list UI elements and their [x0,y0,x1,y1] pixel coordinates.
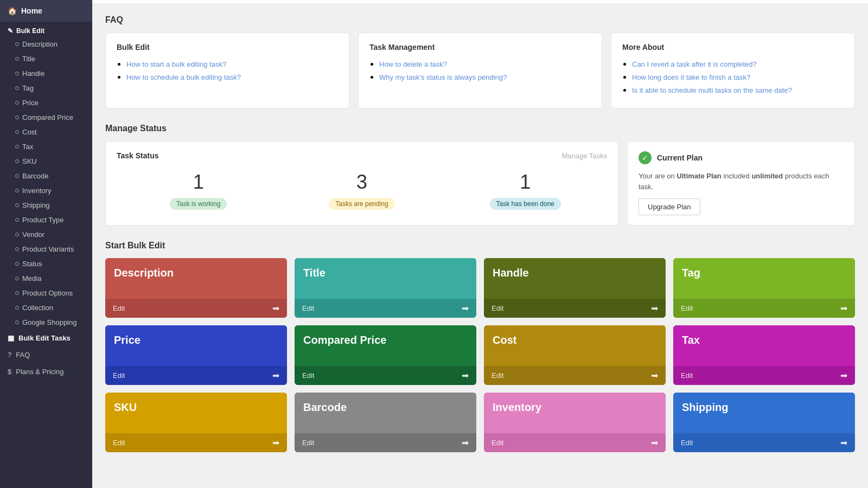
bulk-edit-card-title: Shipping [682,401,846,414]
sidebar-item-label: Tax [22,143,33,151]
sidebar-item-product-variants[interactable]: Product Variants [0,242,92,256]
sidebar-dot [15,277,19,280]
sidebar-bulk-edit-section[interactable]: ✎ Bulk Edit [0,22,92,37]
sidebar-item-tag[interactable]: Tag [0,81,92,95]
sidebar-item-product-options[interactable]: Product Options [0,286,92,300]
sidebar-item-status[interactable]: Status [0,256,92,271]
sidebar-dot [15,72,19,75]
sidebar-item-label: Title [22,55,35,63]
question-icon: ? [8,351,11,359]
sidebar-dot [15,320,19,324]
sidebar-item-label: Barcode [22,172,48,180]
bulk-edit-card-tag[interactable]: Tag Edit ➡ [673,258,855,318]
bulk-edit-edit-label: Edit [492,304,503,312]
sidebar-dot [15,233,19,236]
sidebar-dot [15,306,19,310]
sidebar-bulk-edit-tasks[interactable]: ▦ Bulk Edit Tasks [0,330,92,346]
faq-link[interactable]: How long does it take to finish a task? [632,73,750,81]
task-status-title: Task Status [117,151,159,160]
faq-link[interactable]: How to start a bulk editing task? [126,60,226,68]
bulk-edit-card-handle[interactable]: Handle Edit ➡ [484,258,666,318]
task-badge: Task has been done [490,198,561,210]
sidebar-dot [15,101,19,105]
task-count-item-1: 3 Tasks are pending [280,171,443,210]
bulk-edit-card-footer: Edit ➡ [105,366,287,385]
sidebar-dot [15,218,19,222]
bulk-edit-card-cost[interactable]: Cost Edit ➡ [484,325,666,385]
bulk-edit-card-title: Title [303,267,468,279]
bulk-edit-card-footer: Edit ➡ [295,366,476,385]
sidebar-item-tax[interactable]: Tax [0,139,92,154]
sidebar-item-label: SKU [22,157,37,165]
grid-icon: ▦ [8,334,14,342]
bulk-edit-card-shipping[interactable]: Shipping Edit ➡ [673,393,855,452]
sidebar-item-media[interactable]: Media [0,271,92,286]
bulk-edit-card-description[interactable]: Description Edit ➡ [105,258,287,318]
sidebar-item-label: Handle [22,69,44,78]
sidebar-item-price[interactable]: Price [0,95,92,110]
bulk-edit-card-body: SKU [105,393,287,433]
sidebar-item-barcode[interactable]: Barcode [0,169,92,183]
upgrade-plan-button[interactable]: Upgrade Plan [639,198,700,215]
sidebar-item-label: Vendor [22,230,44,239]
bulk-edit-card-compared-price[interactable]: Compared Price Edit ➡ [295,325,476,385]
bulk-edit-card-footer: Edit ➡ [105,433,287,452]
sidebar-dot [15,42,19,46]
faq-link[interactable]: How to schedule a bulk editing task? [126,73,241,81]
task-badge: Task is working [170,198,227,210]
sidebar-plans[interactable]: $ Plans & Pricing [0,363,92,380]
bulk-edit-card-body: Shipping [673,393,855,433]
top-bar [92,0,868,4]
sidebar-item-inventory[interactable]: Inventory [0,183,92,198]
sidebar-item-label: Shipping [22,201,50,209]
main-content: FAQ Bulk EditHow to start a bulk editing… [92,0,868,488]
sidebar-dot [15,57,19,61]
sidebar-item-vendor[interactable]: Vendor [0,227,92,242]
bulk-edit-card-body: Handle [484,258,666,299]
task-count-number: 1 [520,171,531,194]
sidebar-faq[interactable]: ? FAQ [0,346,92,363]
sidebar-item-label: Product Variants [22,245,74,253]
task-count-number: 3 [356,171,367,194]
sidebar-item-handle[interactable]: Handle [0,66,92,81]
task-status-card: Task Status Manage Tasks 1 Task is worki… [105,141,618,226]
sidebar-home[interactable]: 🏠 Home [0,0,92,22]
arrow-icon: ➡ [462,303,469,313]
bulk-edit-card-tax[interactable]: Tax Edit ➡ [673,325,855,385]
manage-tasks-link[interactable]: Manage Tasks [561,152,607,160]
bulk-edit-card-body: Price [105,325,287,366]
sidebar-item-shipping[interactable]: Shipping [0,198,92,213]
bulk-edit-card-body: Tax [673,325,855,366]
sidebar-item-collection[interactable]: Collection [0,300,92,315]
faq-link[interactable]: Why my task's status is always pending? [379,73,507,81]
faq-link[interactable]: How to delete a task? [379,60,447,68]
bulk-edit-card-title[interactable]: Title Edit ➡ [295,258,476,318]
faq-link[interactable]: Is it able to schedule multi tasks on th… [632,86,792,94]
sidebar-dot [15,130,19,134]
bulk-edit-card-sku[interactable]: SKU Edit ➡ [105,393,287,452]
bulk-edit-card-price[interactable]: Price Edit ➡ [105,325,287,385]
arrow-icon: ➡ [272,438,279,448]
bulk-edit-card-inventory[interactable]: Inventory Edit ➡ [484,393,666,452]
sidebar-item-product-type[interactable]: Product Type [0,213,92,227]
sidebar-dot [15,174,19,178]
sidebar-item-label: Product Options [22,289,73,297]
sidebar-item-label: Cost [22,128,37,136]
sidebar-item-compared-price[interactable]: Compared Price [0,110,92,125]
bulk-edit-card-barcode[interactable]: Barcode Edit ➡ [295,393,476,452]
faq-link[interactable]: Can I revert a task after it is complete… [632,60,757,68]
bulk-edit-card-footer: Edit ➡ [105,299,287,318]
sidebar-items-list: DescriptionTitleHandleTagPriceCompared P… [0,37,92,330]
sidebar-dot [15,247,19,251]
sidebar-item-sku[interactable]: SKU [0,154,92,169]
sidebar-item-label: Inventory [22,187,51,195]
task-count-item-0: 1 Task is working [117,171,280,210]
bulk-edit-edit-label: Edit [302,371,314,380]
sidebar-item-description[interactable]: Description [0,37,92,52]
bulk-edit-card-footer: Edit ➡ [484,366,666,385]
sidebar-item-google-shopping[interactable]: Google Shopping [0,315,92,330]
bulk-edit-card-body: Description [105,258,287,299]
bulk-edit-card-body: Cost [484,325,666,366]
sidebar-item-cost[interactable]: Cost [0,125,92,139]
sidebar-item-title[interactable]: Title [0,52,92,66]
